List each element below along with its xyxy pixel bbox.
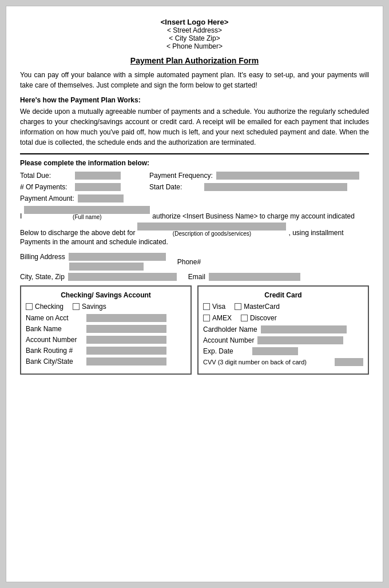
cvv-label: CVV (3 digit number on back of card) xyxy=(203,359,331,365)
num-payments-col: # Of Payments: xyxy=(20,183,121,191)
intro-text: You can pay off your balance with a simp… xyxy=(20,70,369,90)
payment-frequency-field[interactable] xyxy=(216,172,359,180)
desc-label: (Description of goods/services) xyxy=(173,231,251,237)
discover-checkbox[interactable] xyxy=(241,315,248,321)
credit-card-box: Credit Card Visa MasterCard AMEX xyxy=(197,285,369,375)
how-it-works-heading: Here's how the Payment Plan Works: xyxy=(20,96,369,104)
savings-checkbox[interactable] xyxy=(73,303,80,310)
row-payment-amount: Payment Amount: xyxy=(20,194,369,202)
city-state-zip-text: < City State Zip> xyxy=(20,34,369,42)
payment-amount-label: Payment Amount: xyxy=(20,194,74,202)
bank-name-label: Bank Name xyxy=(26,325,83,333)
desc-field[interactable] xyxy=(137,223,286,231)
bank-city-state-row: Bank City/State xyxy=(26,357,186,365)
bank-name-field[interactable] xyxy=(86,325,166,333)
authorize-text: authorize <Insert Business Name> to char… xyxy=(152,212,355,220)
payment-frequency-label: Payment Frequency: xyxy=(149,172,213,180)
billing-address-field2[interactable] xyxy=(69,263,144,271)
checking-savings-box: Checking/ Savings Account Checking Savin… xyxy=(20,285,192,375)
city-state-zip-field[interactable] xyxy=(68,273,177,281)
fullname-wrap: (Full name) xyxy=(24,206,150,220)
checking-savings-checkboxes: Checking Savings xyxy=(26,303,186,311)
phone-col: Phone# xyxy=(177,253,201,271)
cc-account-number-field[interactable] xyxy=(257,336,343,344)
email-col: Email xyxy=(188,273,300,281)
email-field[interactable] xyxy=(209,273,300,281)
i-text: I xyxy=(20,212,22,220)
discover-label: Discover xyxy=(250,314,277,322)
how-it-works-body: We decide upon a mutually agreeable numb… xyxy=(20,106,369,148)
account-number-field[interactable] xyxy=(86,336,166,344)
address-text: < Street Address> xyxy=(20,26,369,34)
logo-text: <Insert Logo Here> xyxy=(20,18,369,26)
city-state-zip-col: City, State, Zip xyxy=(20,273,177,281)
name-on-acct-label: Name on Acct xyxy=(26,314,83,322)
fullname-label: (Full name) xyxy=(73,214,102,220)
complete-heading: Please complete the information below: xyxy=(20,159,369,167)
bank-city-state-field[interactable] xyxy=(86,357,166,365)
form-title: Payment Plan Authorization Form xyxy=(20,56,369,65)
total-due-col: Total Due: xyxy=(20,172,121,180)
cardholder-field[interactable] xyxy=(261,325,347,333)
billing-address-col: Billing Address xyxy=(20,253,166,271)
page: <Insert Logo Here> < Street Address> < C… xyxy=(6,6,383,582)
bank-name-row: Bank Name xyxy=(26,325,186,333)
start-date-field[interactable] xyxy=(204,183,347,191)
email-label: Email xyxy=(188,273,205,281)
exp-date-field[interactable] xyxy=(252,347,298,355)
savings-label: Savings xyxy=(82,303,106,311)
mastercard-checkbox[interactable] xyxy=(235,303,241,310)
savings-item: Savings xyxy=(73,303,106,311)
bank-routing-label: Bank Routing # xyxy=(26,347,83,355)
bank-routing-row: Bank Routing # xyxy=(26,347,186,355)
start-date-label: Start Date: xyxy=(149,183,201,191)
payments-text: Payments in the amount and schedule indi… xyxy=(20,238,369,246)
row-payments-startdate: # Of Payments: Start Date: xyxy=(20,183,369,191)
bank-routing-field[interactable] xyxy=(86,347,166,355)
using-text: , using installment xyxy=(288,229,343,237)
divider xyxy=(20,153,369,154)
checking-checkbox[interactable] xyxy=(26,303,33,310)
cc-account-number-label: Account Number xyxy=(203,336,254,344)
below-text: Below to discharge the above debt for xyxy=(20,229,135,237)
account-number-row: Account Number xyxy=(26,336,186,344)
amex-label: AMEX xyxy=(212,314,232,322)
header: <Insert Logo Here> < Street Address> < C… xyxy=(20,18,369,50)
account-number-label: Account Number xyxy=(26,336,83,344)
city-email-row: City, State, Zip Email xyxy=(20,273,369,281)
name-on-acct-field[interactable] xyxy=(86,314,166,322)
phone-text: < Phone Number> xyxy=(20,42,369,50)
payment-amount-field[interactable] xyxy=(78,194,124,202)
amex-checkbox[interactable] xyxy=(203,315,210,321)
checking-savings-title: Checking/ Savings Account xyxy=(26,291,186,299)
visa-item: Visa xyxy=(203,303,225,311)
credit-card-title: Credit Card xyxy=(203,291,363,299)
cc-account-number-row: Account Number xyxy=(203,336,363,344)
num-payments-label: # Of Payments: xyxy=(20,183,72,191)
billing-address-field1[interactable] xyxy=(69,253,166,261)
billing-address-label: Billing Address xyxy=(20,253,65,261)
name-on-acct-row: Name on Acct xyxy=(26,314,186,322)
num-payments-field[interactable] xyxy=(75,183,121,191)
debt-row: Below to discharge the above debt for (D… xyxy=(20,223,369,237)
city-state-zip-label: City, State, Zip xyxy=(20,273,65,281)
cardholder-row: Cardholder Name xyxy=(203,325,363,333)
total-due-field[interactable] xyxy=(75,172,121,180)
visa-checkbox[interactable] xyxy=(203,303,210,310)
desc-wrap: (Description of goods/services) xyxy=(137,223,286,237)
checking-item: Checking xyxy=(26,303,63,311)
checking-label: Checking xyxy=(35,303,63,311)
exp-date-label: Exp. Date xyxy=(203,347,249,355)
total-due-label: Total Due: xyxy=(20,172,72,180)
cvv-row: CVV (3 digit number on back of card) xyxy=(203,358,363,366)
payment-frequency-col: Payment Frequency: xyxy=(149,172,359,180)
cardholder-label: Cardholder Name xyxy=(203,325,257,333)
exp-date-row: Exp. Date xyxy=(203,347,363,355)
fullname-field[interactable] xyxy=(24,206,150,214)
cvv-field[interactable] xyxy=(335,358,363,366)
authorize-row: I (Full name) authorize <Insert Business… xyxy=(20,206,369,220)
visa-label: Visa xyxy=(212,303,225,311)
visa-mastercard-row: Visa MasterCard xyxy=(203,303,363,311)
billing-phone-row: Billing Address Phone# xyxy=(20,253,369,271)
start-date-col: Start Date: xyxy=(149,183,347,191)
